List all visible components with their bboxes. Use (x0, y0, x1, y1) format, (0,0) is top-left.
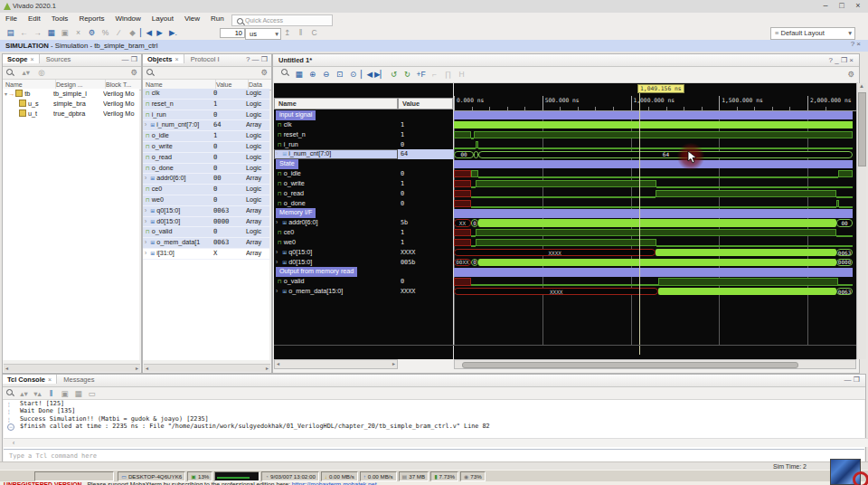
wave-value-row[interactable] (398, 159, 456, 169)
close-icon[interactable]: × (856, 40, 861, 48)
wave-row[interactable] (454, 268, 853, 277)
menu-view[interactable]: View (179, 13, 205, 23)
hold-icon[interactable]: H (455, 67, 468, 81)
objects-row[interactable]: ⊓clk0Logic (143, 89, 269, 100)
wave-row[interactable]: 00XX00000 (454, 258, 853, 268)
add-marker-icon[interactable]: +F (414, 67, 428, 81)
objects-row[interactable]: ⊓ce00Logic (143, 185, 269, 195)
wave-plot-area[interactable]: 0.000 ns500.000 ns1,000.000 ns1,500.000 … (454, 83, 856, 359)
wave-name-hscrollbar[interactable]: ◂▸ (274, 359, 398, 369)
wave-value-row[interactable]: 64 (398, 149, 456, 159)
banner-link[interactable]: https://mobaxterm.mobatek.net (292, 481, 377, 485)
expand-all-icon[interactable]: ▾▴ (31, 387, 44, 400)
wave-name-row[interactable]: Memory I/F (274, 208, 398, 218)
wave-row[interactable] (454, 120, 853, 130)
wave-row[interactable] (454, 130, 853, 140)
expand-caret[interactable]: › (145, 207, 146, 214)
wave-cursor-line[interactable] (639, 92, 640, 355)
expand-caret[interactable]: › (276, 219, 278, 225)
minimize-button[interactable]: – (819, 1, 832, 10)
run-for-icon[interactable]: ▶. (166, 26, 180, 39)
menu-run[interactable]: Run (205, 13, 230, 23)
objects-row[interactable]: ›⊞i[31:0]XArray (143, 249, 269, 260)
tcl-hscrollbar[interactable]: ‹ (4, 438, 868, 447)
menu-window[interactable]: Window (109, 13, 146, 23)
relaunch-icon[interactable]: C (307, 26, 321, 39)
wave-name-row[interactable]: ⊓clk (274, 120, 398, 130)
zoom-in-icon[interactable]: ⊕ (306, 67, 319, 81)
wave-value-row[interactable] (398, 267, 456, 277)
restart-icon[interactable]: ▏◀ (139, 26, 153, 39)
wave-value-row[interactable] (398, 110, 456, 120)
tab-objects[interactable]: Objects× (143, 54, 184, 63)
wave-name-row[interactable]: ⊓o_valid (274, 277, 398, 287)
save-waveform-icon[interactable]: ▦ (292, 67, 306, 81)
swap-cursors-icon[interactable]: ↺ (387, 67, 401, 81)
scrollbar-thumb[interactable] (858, 92, 866, 166)
scrollbar-thumb[interactable] (462, 362, 798, 368)
wave-name-header[interactable]: Name (274, 98, 398, 109)
objects-row[interactable]: ⊓o_valid0Logic (143, 227, 269, 238)
pause-output-icon[interactable]: ‖ (44, 387, 58, 400)
wave-value-row[interactable]: 5b (398, 218, 456, 228)
objects-row[interactable]: ⊓we00Logic (143, 195, 269, 206)
wave-row[interactable] (454, 140, 853, 150)
expand-caret[interactable]: › (276, 288, 278, 294)
menu-reports[interactable]: Reports (73, 13, 109, 23)
step-icon[interactable]: ↥ (280, 26, 294, 39)
zoom-fit-icon[interactable]: ⊡ (333, 67, 346, 81)
wave-row[interactable] (454, 160, 853, 169)
filter-icon[interactable]: ◎ (34, 67, 48, 78)
expand-caret[interactable]: › (145, 175, 146, 181)
objects-row[interactable]: ⊓o_idle1Logic (143, 131, 269, 142)
wave-name-row[interactable]: ›⊞i_num_cnt[7:0] (274, 149, 398, 159)
delete-icon[interactable]: × (71, 26, 85, 39)
wave-row[interactable] (454, 199, 853, 209)
wave-row[interactable] (454, 179, 853, 189)
wave-row[interactable]: XXXX0063 (454, 287, 853, 297)
gear-icon[interactable]: ⚙ (130, 68, 137, 77)
wave-value-row[interactable]: 0 (398, 277, 456, 287)
close-icon[interactable]: × (31, 56, 34, 62)
menu-tools[interactable]: Tools (46, 13, 74, 23)
wave-name-row[interactable]: ⊓o_done (274, 199, 398, 209)
wave-value-row[interactable]: 1 (398, 120, 456, 130)
clear-icon[interactable]: ▭ (85, 387, 99, 400)
expand-caret[interactable]: › (276, 249, 278, 255)
tab-tcl-console[interactable]: Tcl Console× (3, 375, 57, 384)
open-project-icon[interactable]: ▤ (4, 26, 17, 39)
collapse-icon[interactable]: − (7, 423, 14, 431)
wave-name-row[interactable]: ›⊞addr0[6:0] (274, 218, 398, 228)
chevron-down-icon[interactable]: ▾ (5, 91, 7, 97)
wave-name-row[interactable]: input signal (274, 110, 398, 120)
time-unit-select[interactable]: us▾ (245, 28, 281, 40)
tab-sources[interactable]: Sources (42, 54, 76, 63)
search-icon[interactable] (6, 389, 14, 397)
close-icon[interactable]: × (175, 56, 179, 62)
wave-value-row[interactable]: 1 (398, 228, 456, 238)
wave-value-row[interactable]: 1 (398, 130, 456, 140)
panel-controls[interactable]: ? — ❒ (246, 55, 268, 63)
wave-name-row[interactable]: ⊓reset_n (274, 130, 398, 140)
search-icon[interactable] (281, 69, 289, 77)
next-transition-icon[interactable]: ▶▏ (373, 67, 387, 81)
objects-hscrollbar[interactable]: ◂▸ (144, 364, 270, 372)
breakpoint-icon[interactable]: ◆ (126, 26, 139, 39)
collapse-all-icon[interactable]: ▴▾ (17, 387, 31, 400)
wave-row[interactable] (454, 111, 853, 120)
wave-row[interactable]: XXXX0063 (454, 248, 853, 258)
panel-controls[interactable]: — ❒ (122, 55, 137, 63)
copy-icon[interactable]: ▣ (58, 26, 71, 39)
expand-all-icon[interactable]: ▴▾ (19, 67, 33, 78)
wave-value-row[interactable]: XXXX (398, 287, 456, 297)
wave-name-row[interactable]: ›⊞q0[15:0] (274, 248, 398, 258)
menu-layout[interactable]: Layout (146, 13, 179, 23)
run-all-icon[interactable]: ▶ (153, 26, 166, 39)
wave-hscrollbar[interactable] (454, 359, 856, 369)
wave-value-row[interactable]: 0 (398, 199, 456, 209)
wave-value-row[interactable]: 0 (398, 169, 456, 179)
redo-icon[interactable]: → (31, 26, 44, 39)
wave-value-row[interactable]: 0 (398, 189, 456, 199)
wave-row[interactable] (454, 238, 853, 248)
copy-icon[interactable]: ▣ (58, 387, 71, 400)
